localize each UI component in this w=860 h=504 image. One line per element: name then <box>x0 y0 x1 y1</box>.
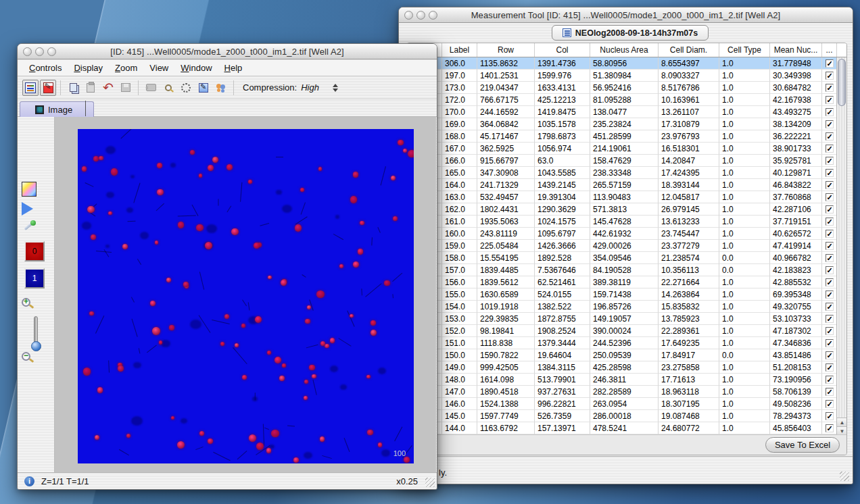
row-checkbox[interactable]: ✓ <box>826 254 834 262</box>
menu-view[interactable]: View <box>143 61 174 74</box>
row-checkbox[interactable]: ✓ <box>826 108 834 116</box>
save-button[interactable] <box>118 80 134 96</box>
menu-zoom[interactable]: Zoom <box>109 61 143 74</box>
row-checkbox[interactable]: ✓ <box>826 157 834 165</box>
magnifier-button[interactable] <box>160 80 176 96</box>
copy-button[interactable] <box>65 80 81 96</box>
row-checkbox[interactable]: ✓ <box>826 193 834 201</box>
play-button[interactable] <box>22 202 33 216</box>
table-row[interactable]: 157.01839.44857.536764684.19052810.35611… <box>407 264 846 276</box>
zoom-slider-knob[interactable] <box>31 341 41 351</box>
table-row[interactable]: 152.098.198411908.2524390.0002422.289361… <box>407 325 846 337</box>
eyedropper-button[interactable] <box>22 220 37 234</box>
table-row[interactable]: 150.01590.782219.64604250.0953917.849170… <box>407 349 846 361</box>
row-checkbox[interactable]: ✓ <box>826 72 834 80</box>
table-row[interactable]: 164.0241.713291439.2145265.5715918.39314… <box>407 179 846 191</box>
row-checkbox[interactable]: ✓ <box>826 96 834 104</box>
table-row[interactable]: 145.01597.7749526.7359286.0001819.087468… <box>407 410 846 422</box>
colormap-button[interactable] <box>22 182 37 197</box>
scroll-up-arrow[interactable]: ▲ <box>837 418 847 426</box>
row-checkbox[interactable]: ✓ <box>826 388 834 396</box>
menu-display[interactable]: Display <box>68 61 109 74</box>
minimize-button[interactable] <box>35 47 44 56</box>
table-row[interactable]: 151.01118.8381379.3444244.5239617.649235… <box>407 337 846 349</box>
resize-grip[interactable] <box>425 478 435 487</box>
table-row[interactable]: 159.0225.054841426.3666429.0002623.37727… <box>407 240 846 252</box>
compression-stepper[interactable] <box>333 84 338 92</box>
viewer-titlebar[interactable]: [ID: 415] ...Well0005/mode1_z000_t000_im… <box>18 44 437 59</box>
row-checkbox[interactable]: ✓ <box>826 120 834 128</box>
table-row[interactable]: 158.015.5541951892.528354.0954621.238574… <box>407 252 846 264</box>
users-button[interactable] <box>213 80 229 96</box>
row-checkbox[interactable]: ✓ <box>826 218 834 226</box>
microscopy-image[interactable]: 100 <box>78 129 414 463</box>
measurement-titlebar[interactable]: Measurement Tool [ID: 415] ...Well0005/m… <box>399 7 853 23</box>
header-Label[interactable]: Label <box>442 43 477 57</box>
row-checkbox[interactable]: ✓ <box>826 242 834 250</box>
row-checkbox[interactable]: ✓ <box>826 181 834 189</box>
row-checkbox[interactable]: ✓ <box>826 278 834 286</box>
table-row[interactable]: 153.0229.398351872.8755149.1905713.78592… <box>407 313 846 325</box>
menu-help[interactable]: Help <box>218 61 249 74</box>
minimize-button[interactable] <box>416 11 425 20</box>
row-checkbox[interactable]: ✓ <box>826 351 834 359</box>
table-row[interactable]: 197.01401.25311599.97651.3809848.0903327… <box>407 70 846 82</box>
row-checkbox[interactable]: ✓ <box>826 266 834 274</box>
tab-image[interactable]: Image <box>20 101 94 117</box>
table-row[interactable]: 170.0244.165921419.8475138.047713.261107… <box>407 106 846 118</box>
row-checkbox[interactable]: ✓ <box>826 412 834 420</box>
zoom-in-button[interactable] <box>22 298 30 307</box>
row-checkbox[interactable]: ✓ <box>826 339 834 347</box>
table-row[interactable]: 149.0999.425051384.3115425.2859823.27585… <box>407 361 846 374</box>
table-row[interactable]: 161.01935.50631024.1575145.4762813.61323… <box>407 216 846 228</box>
table-row[interactable]: 163.0532.4945719.391304113.9048312.04581… <box>407 191 846 203</box>
zoom-out-button[interactable] <box>22 352 30 361</box>
header-Cell Type[interactable]: Cell Type <box>719 43 770 57</box>
table-row[interactable]: 167.0362.59251056.974214.1906116.5183011… <box>407 143 846 155</box>
table-row[interactable]: 306.01135.86321391.473658.809568.6554397… <box>407 57 846 70</box>
info-icon[interactable]: i <box>24 476 34 486</box>
row-checkbox[interactable]: ✓ <box>826 84 834 92</box>
row-checkbox[interactable]: ✓ <box>826 132 834 141</box>
table-row[interactable]: 155.01630.6589524.0155159.7143814.263864… <box>407 288 846 301</box>
table-row[interactable]: 148.01614.098513.79901246.381117.716131.… <box>407 374 846 386</box>
close-button[interactable] <box>404 11 413 20</box>
annotate-button[interactable] <box>40 80 56 96</box>
undo-button[interactable]: ↶ <box>100 80 116 96</box>
display-adjust-button[interactable] <box>22 80 39 96</box>
header-Col[interactable]: Col <box>535 43 590 57</box>
table-row[interactable]: 172.0766.67175425.1221381.09528810.16396… <box>407 94 846 106</box>
table-header[interactable]: LabelRowColNucleus AreaCell Diam.Cell Ty… <box>407 43 846 57</box>
row-checkbox[interactable]: ✓ <box>826 291 834 299</box>
zoom-button[interactable] <box>47 47 56 56</box>
roi-button[interactable] <box>178 80 194 96</box>
table-row[interactable]: 166.0915.6679763.0158.4762914.208471.035… <box>407 155 846 167</box>
table-row[interactable]: 165.0347.309081043.5585238.3334817.42439… <box>407 167 846 179</box>
table-row[interactable]: 147.01890.4518937.27631282.2858918.96311… <box>407 386 846 398</box>
edit-button[interactable] <box>195 80 212 96</box>
menu-controls[interactable]: Controls <box>23 61 68 74</box>
row-checkbox[interactable]: ✓ <box>826 169 834 177</box>
table-row[interactable]: 162.01802.44311290.3629571.381326.979145… <box>407 203 846 216</box>
table-row[interactable]: 169.0364.068421035.1578235.2382417.31087… <box>407 118 846 130</box>
row-checkbox[interactable]: ✓ <box>826 303 834 311</box>
table-row[interactable]: 160.0243.811191095.6797442.6193223.74544… <box>407 228 846 240</box>
close-button[interactable] <box>23 47 32 56</box>
row-checkbox[interactable]: ✓ <box>826 424 834 432</box>
vertical-scrollbar[interactable]: ▲ ▼ <box>836 57 846 435</box>
header-Nucleus Area[interactable]: Nucleus Area <box>590 43 659 57</box>
header-Cell Diam.[interactable]: Cell Diam. <box>659 43 719 57</box>
row-checkbox[interactable]: ✓ <box>826 205 834 213</box>
table-row[interactable]: 146.01524.1388996.22821263.095418.307195… <box>407 398 846 410</box>
table-row[interactable]: 168.045.1714671798.6873451.2859923.97679… <box>407 130 846 143</box>
channel-0-button[interactable]: 0 <box>24 241 45 261</box>
resize-grip[interactable] <box>840 472 849 481</box>
header-Mean Nuc...[interactable]: Mean Nuc... <box>770 43 822 57</box>
row-checkbox[interactable]: ✓ <box>826 363 834 372</box>
header-...[interactable]: ... <box>822 43 837 57</box>
table-row[interactable]: 173.0219.043471633.413156.9524168.517678… <box>407 82 846 94</box>
row-checkbox[interactable]: ✓ <box>826 59 834 68</box>
table-row[interactable]: 144.01163.6792157.13971478.524124.680772… <box>407 422 846 434</box>
scrollbar-thumb[interactable] <box>838 59 846 106</box>
camera-button[interactable] <box>143 80 159 96</box>
